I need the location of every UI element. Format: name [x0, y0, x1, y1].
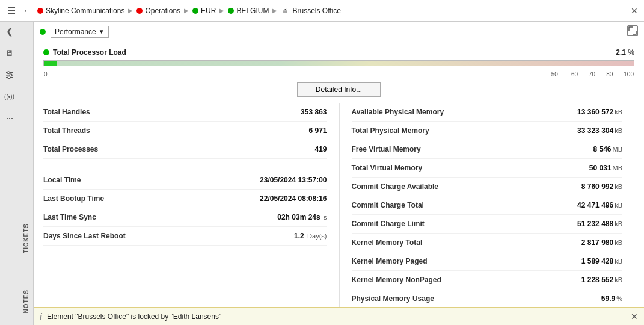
breadcrumb-operations-label: Operations	[145, 7, 180, 15]
stat-label-avail-phys: Available Physical Memory	[352, 108, 444, 116]
stat-label-reboot: Days Since Last Reboot	[43, 232, 126, 240]
stat-row-commit-limit: Commit Charge Limit 51 232 488kB	[352, 215, 623, 234]
stat-value-bootup: 22/05/2024 08:08:16	[260, 194, 327, 203]
progress-bar-fill	[44, 61, 57, 66]
breadcrumb-operations[interactable]: Operations	[136, 7, 180, 15]
stat-value-localtime: 23/05/2024 13:57:00	[260, 176, 327, 184]
info-close-button[interactable]: ✕	[631, 312, 638, 321]
stat-value-commit-total: 42 471 496kB	[577, 201, 622, 209]
ellipsis-icon[interactable]: ···	[2, 111, 17, 125]
processor-dot	[43, 49, 49, 55]
breadcrumb-brussels-label: Brussels Office	[292, 7, 340, 15]
svg-point-5	[8, 76, 10, 79]
stat-row-total-virt: Total Virtual Memory 50 031MB	[352, 159, 623, 178]
processor-unit: %	[628, 48, 634, 57]
stat-row-total-phys: Total Physical Memory 33 323 304kB	[352, 122, 623, 140]
title-bar: ☰ ← Skyline Communications ▶ Operations …	[0, 0, 644, 22]
stat-label-commit-limit: Commit Charge Limit	[352, 220, 425, 228]
stat-value-threads: 6 971	[308, 126, 327, 135]
menu-icon[interactable]: ☰	[5, 4, 18, 17]
breadcrumb-brussels[interactable]: 🖥 Brussels Office	[281, 6, 340, 15]
arrow-icon-2: ▶	[184, 7, 189, 14]
stat-row-avail-phys: Available Physical Memory 13 360 572kB	[352, 103, 623, 122]
svg-point-3	[7, 72, 10, 74]
breadcrumb-belgium[interactable]: BELGIUM	[228, 7, 269, 15]
stat-label-phys-usage: Physical Memory Usage	[352, 294, 434, 303]
info-bar: i Element "Brussels Office" is locked by…	[34, 307, 644, 325]
stat-label-localtime: Local Time	[43, 176, 81, 184]
stat-value-commit-avail: 8 760 992kB	[581, 182, 622, 191]
stat-row-reboot: Days Since Last Reboot 1.2 Day(s)	[43, 227, 327, 246]
content-area: Performance ▼ Total Processor Load 2	[34, 22, 644, 325]
scale-50: 50	[551, 71, 558, 78]
stat-label-kernel-nonpaged: Kernel Memory NonPaged	[352, 276, 441, 284]
sidebar: ❮ 🖥 ((•)) ···	[0, 22, 19, 325]
stat-row-processes: Total Processes 419	[43, 140, 327, 159]
stat-value-handles: 353 863	[301, 108, 327, 116]
processor-value: 2.1 %	[616, 48, 634, 57]
status-dot	[40, 29, 46, 35]
processor-header: Total Processor Load 2.1 %	[43, 48, 634, 57]
close-button[interactable]: ✕	[630, 5, 639, 17]
breadcrumb-belgium-label: BELGIUM	[236, 7, 269, 15]
sliders-icon[interactable]	[2, 67, 17, 82]
expand-icon[interactable]	[627, 25, 638, 38]
stat-label-total-phys: Total Physical Memory	[352, 126, 429, 135]
stat-row-commit-avail: Commit Charge Available 8 760 992kB	[352, 178, 623, 196]
stat-value-processes: 419	[314, 145, 327, 153]
stat-value-commit-limit: 51 232 488kB	[577, 220, 622, 228]
breadcrumb-eur-label: EUR	[201, 7, 216, 15]
stat-value-total-virt: 50 031MB	[589, 164, 622, 172]
breadcrumb-eur[interactable]: EUR	[192, 7, 216, 15]
left-stats-col: Total Handles 353 863 Total Threads 6 97…	[43, 103, 339, 307]
tab-tickets[interactable]: TICKETS	[23, 223, 29, 253]
view-dropdown-label: Performance	[55, 28, 96, 36]
stat-label-handles: Total Handles	[43, 108, 90, 116]
stat-row-kernel-nonpaged: Kernel Memory NonPaged 1 228 552kB	[352, 271, 623, 289]
dot-icon	[136, 8, 143, 14]
monitor-icon[interactable]: 🖥	[2, 46, 17, 60]
window-controls: ✕	[630, 5, 639, 17]
dropdown-arrow-icon: ▼	[99, 28, 105, 35]
stat-row-localtime: Local Time 23/05/2024 13:57:00	[43, 171, 327, 190]
scale-0: 0	[44, 71, 48, 78]
svg-point-4	[10, 74, 12, 76]
element-icon: 🖥	[281, 6, 289, 15]
arrow-icon-3: ▶	[219, 7, 224, 14]
stat-value-timesync: 02h 03m 24s s	[277, 213, 327, 221]
chevron-left-icon[interactable]: ❮	[2, 24, 17, 39]
stat-value-kernel-total: 2 817 980kB	[581, 238, 622, 247]
dot-icon	[228, 8, 234, 14]
stat-row-kernel-total: Kernel Memory Total 2 817 980kB	[352, 234, 623, 252]
stat-row-timesync: Last Time Sync 02h 03m 24s s	[43, 208, 327, 227]
stat-value-total-phys: 33 323 304kB	[577, 126, 622, 135]
stat-label-processes: Total Processes	[43, 145, 98, 153]
stat-label-free-virt: Free Virtual Memory	[352, 145, 421, 153]
scale-100: 100	[624, 71, 634, 78]
radio-icon[interactable]: ((•))	[2, 89, 17, 104]
view-dropdown[interactable]: Performance ▼	[51, 26, 109, 38]
progress-bar-container	[43, 60, 634, 69]
stat-value-kernel-nonpaged: 1 228 552kB	[581, 276, 622, 284]
stat-row-free-virt: Free Virtual Memory 8 546MB	[352, 140, 623, 159]
stat-label-total-virt: Total Virtual Memory	[352, 164, 423, 172]
scale-70: 70	[589, 71, 595, 78]
scroll-content: Total Processor Load 2.1 % 0 50 60	[34, 42, 644, 307]
breadcrumb-skyline[interactable]: Skyline Communications	[37, 7, 124, 15]
detailed-info-button[interactable]: Detailed Info...	[297, 82, 381, 97]
stat-label-kernel-paged: Kernel Memory Paged	[352, 257, 428, 265]
stat-label-commit-total: Commit Charge Total	[352, 201, 424, 209]
stat-value-reboot: 1.2 Day(s)	[294, 232, 327, 240]
progress-bar-gradient	[44, 61, 634, 66]
stat-row-phys-usage: Physical Memory Usage 59.9%	[352, 289, 623, 307]
dot-icon	[192, 8, 198, 14]
breadcrumb-skyline-label: Skyline Communications	[46, 7, 124, 15]
vertical-tabs: TICKETS NOTES	[19, 22, 34, 325]
info-message: Element "Brussels Office" is locked by "…	[47, 312, 221, 321]
info-icon: i	[40, 312, 42, 321]
tab-notes[interactable]: NOTES	[23, 289, 29, 313]
back-icon[interactable]: ←	[20, 4, 35, 17]
right-stats-col: Available Physical Memory 13 360 572kB T…	[339, 103, 635, 307]
progress-scale: 0 50 60 70 80 100	[43, 71, 634, 78]
stat-value-avail-phys: 13 360 572kB	[577, 108, 622, 116]
